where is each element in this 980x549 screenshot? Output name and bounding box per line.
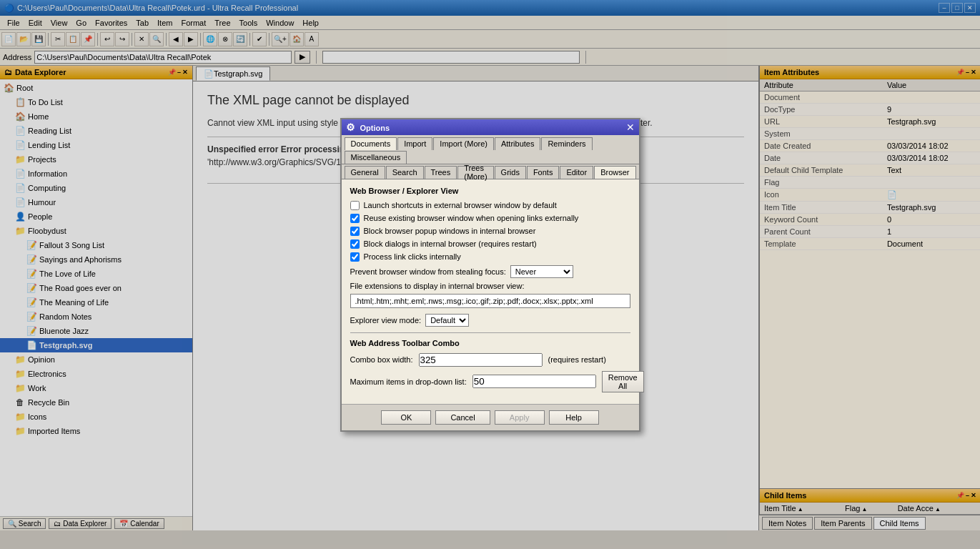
dialog-inner-tab[interactable]: Trees: [425, 166, 457, 179]
dialog-inner-tab[interactable]: Trees (More): [457, 166, 493, 179]
dialog-inner-tab[interactable]: General: [345, 166, 385, 179]
dialog-outer-tab[interactable]: Documents: [345, 137, 397, 150]
prevent-focus-label: Prevent browser window from stealing foc…: [350, 267, 506, 276]
file-ext-label: File extensions to display in internal b…: [350, 282, 525, 290]
dialog-outer-tab[interactable]: Import (More): [433, 137, 494, 150]
dialog-inner-tab[interactable]: Editor: [560, 166, 593, 179]
dialog-checkbox-row: Block dialogs in internal browser (requi…: [350, 239, 630, 249]
dialog-outer-tab[interactable]: Attributes: [495, 137, 540, 150]
dialog-checkbox-row: Process link clicks internally: [350, 252, 630, 262]
dialog-outer-tab[interactable]: Reminders: [541, 137, 592, 150]
explorer-mode-select[interactable]: DefaultIEEdge: [425, 314, 469, 327]
dialog-inner-tab[interactable]: Search: [386, 166, 424, 179]
combo-width-note: (requires restart): [548, 355, 606, 364]
dialog-checkbox-label: Process link clicks internally: [364, 252, 461, 261]
dialog-inner-tab[interactable]: Browser: [594, 166, 635, 179]
dialog-divider: [350, 332, 630, 333]
prevent-focus-row: Prevent browser window from stealing foc…: [350, 265, 630, 278]
options-dialog: ⚙ Options ✕ DocumentsImportImport (More)…: [340, 118, 640, 432]
ok-button[interactable]: OK: [381, 410, 431, 425]
combo-width-input[interactable]: [419, 353, 543, 367]
dialog-checkbox-row: Reuse existing browser window when openi…: [350, 214, 630, 223]
dialog-tabs-outer: DocumentsImportImport (More)AttributesRe…: [342, 135, 639, 164]
dialog-checkbox-label: Block dialogs in internal browser (requi…: [364, 239, 537, 248]
dialog-checkbox-row: Launch shortcuts in external browser win…: [350, 201, 630, 210]
dialog-checkbox-label: Reuse existing browser window when openi…: [364, 214, 579, 222]
dialog-checkbox[interactable]: [350, 214, 360, 223]
dialog-checkbox[interactable]: [350, 201, 360, 210]
apply-button[interactable]: Apply: [495, 410, 545, 425]
dialog-overlay: ⚙ Options ✕ DocumentsImportImport (More)…: [0, 0, 980, 530]
dialog-buttons: OK Cancel Apply Help: [342, 404, 639, 430]
help-button[interactable]: Help: [549, 410, 599, 425]
file-ext-value: .html;.htm;.mht;.eml;.nws;.msg;.ico;.gif…: [350, 294, 630, 308]
dialog-body: Web Browser / Explorer View Launch short…: [342, 179, 639, 404]
max-items-input[interactable]: [472, 375, 596, 388]
dialog-section-title: Web Browser / Explorer View: [350, 187, 630, 195]
dialog-checkbox[interactable]: [350, 227, 360, 236]
dialog-icon: ⚙: [346, 122, 355, 133]
dialog-inner-tab[interactable]: Grids: [495, 166, 526, 179]
cancel-button[interactable]: Cancel: [435, 410, 490, 425]
dialog-checkbox-label: Launch shortcuts in external browser win…: [364, 201, 557, 209]
dialog-close-button[interactable]: ✕: [626, 122, 635, 133]
file-ext-row: File extensions to display in internal b…: [350, 282, 630, 290]
prevent-focus-select[interactable]: NeverAlwaysWhen Active: [510, 265, 573, 278]
dialog-checkboxes: Launch shortcuts in external browser win…: [350, 201, 630, 262]
dialog-tabs-inner: GeneralSearchTreesTrees (More)GridsFonts…: [342, 164, 639, 179]
max-items-label: Maximum items in drop-down list:: [350, 377, 467, 386]
dialog-outer-tab[interactable]: Import: [397, 137, 432, 150]
dialog-checkbox-row: Block browser popup windows in internal …: [350, 227, 630, 236]
remove-all-button[interactable]: Remove All: [602, 371, 644, 392]
combo-width-label: Combo box width:: [350, 355, 413, 364]
dialog-checkbox[interactable]: [350, 239, 360, 249]
dialog-titlebar: ⚙ Options ✕: [342, 119, 639, 135]
combo-section-title: Web Address Toolbar Combo: [350, 339, 630, 347]
explorer-mode-row: Explorer view mode: DefaultIEEdge: [350, 314, 630, 327]
combo-width-row: Combo box width: (requires restart): [350, 353, 630, 367]
max-items-row: Maximum items in drop-down list: Remove …: [350, 371, 630, 392]
dialog-title: Options: [360, 124, 390, 132]
dialog-inner-tab[interactable]: Fonts: [527, 166, 560, 179]
dialog-checkbox[interactable]: [350, 252, 360, 262]
explorer-mode-label: Explorer view mode:: [350, 316, 422, 325]
dialog-checkbox-label: Block browser popup windows in internal …: [364, 227, 536, 235]
dialog-outer-tab[interactable]: Miscellaneous: [345, 151, 407, 164]
